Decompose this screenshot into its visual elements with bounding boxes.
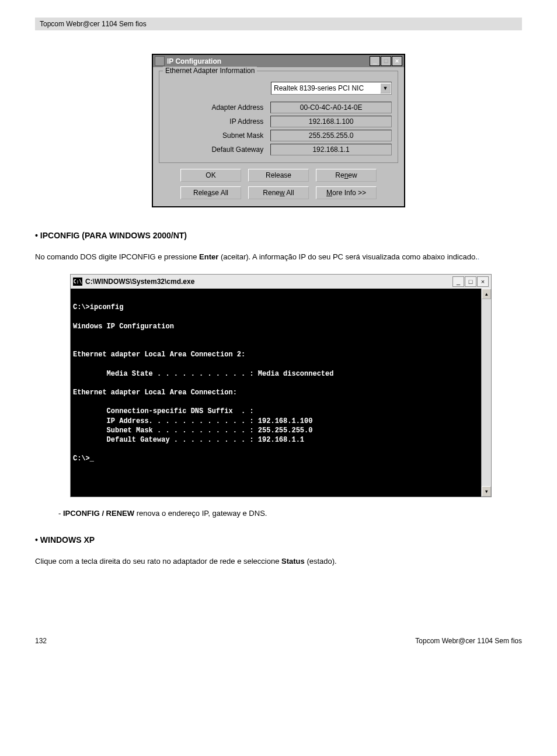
release-all-button[interactable]: Release All [180, 186, 241, 199]
info-row: Default Gateway 192.168.1.1 [165, 144, 392, 155]
page-footer: 132 Topcom Webr@cer 1104 Sem fios [35, 637, 522, 645]
minimize-icon[interactable]: _ [370, 56, 380, 66]
label-default-gateway: Default Gateway [165, 145, 270, 154]
value-default-gateway: 192.168.1.1 [270, 144, 392, 155]
section-body-ipconfig: No comando DOS digite IPCONFIG e pressio… [35, 252, 522, 262]
scroll-down-icon[interactable]: ▾ [482, 486, 491, 497]
info-row: Adapter Address 00-C0-4C-A0-14-0E [165, 102, 392, 113]
cmd-icon: C:\ [73, 278, 82, 286]
renew-note: - IPCONFIG / RENEW renova o endereço IP,… [58, 509, 522, 518]
info-row: Subnet Mask 255.255.255.0 [165, 130, 392, 141]
maximize-icon[interactable]: □ [381, 56, 391, 66]
footer-right: Topcom Webr@cer 1104 Sem fios [415, 637, 522, 645]
adapter-select[interactable]: Realtek 8139-series PCI NIC ▼ [271, 82, 392, 95]
adapter-info-fieldset: Ethernet Adapter Information Realtek 813… [159, 71, 398, 163]
cmd-titlebar: C:\ C:\WINDOWS\System32\cmd.exe _ □ × [71, 275, 491, 289]
fieldset-legend: Ethernet Adapter Information [163, 67, 257, 75]
chevron-down-icon[interactable]: ▼ [380, 83, 391, 93]
value-adapter-address: 00-C0-4C-A0-14-0E [270, 102, 392, 113]
scroll-up-icon[interactable]: ▴ [482, 289, 491, 299]
value-subnet-mask: 255.255.255.0 [270, 130, 392, 141]
section-heading-winxp: • WINDOWS XP [35, 535, 522, 545]
minimize-icon[interactable]: _ [452, 276, 464, 287]
ip-configuration-window: IP Configuration _ □ × Ethernet Adapter … [152, 54, 405, 207]
cmd-output: C:\>ipconfig Windows IP Configuration Et… [71, 289, 481, 497]
window-titlebar: IP Configuration _ □ × [153, 55, 404, 67]
renew-all-button[interactable]: Renew All [248, 186, 309, 199]
more-info-button[interactable]: More Info >> [316, 186, 377, 199]
ok-button[interactable]: OK [180, 169, 241, 182]
release-button[interactable]: Release [248, 169, 309, 182]
cmd-window: C:\ C:\WINDOWS\System32\cmd.exe _ □ × C:… [70, 274, 492, 497]
label-ip-address: IP Address [165, 117, 270, 126]
cmd-title: C:\WINDOWS\System32\cmd.exe [85, 278, 194, 286]
close-icon[interactable]: × [392, 56, 402, 66]
label-subnet-mask: Subnet Mask [165, 131, 270, 140]
adapter-select-value: Realtek 8139-series PCI NIC [274, 84, 364, 92]
window-title: IP Configuration [167, 57, 221, 65]
scrollbar[interactable]: ▴ ▾ [481, 289, 491, 497]
close-icon[interactable]: × [477, 276, 489, 287]
page-number: 132 [35, 637, 47, 645]
label-adapter-address: Adapter Address [165, 103, 270, 112]
section-heading-ipconfig: • IPCONFIG (PARA WINDOWS 2000/NT) [35, 231, 522, 240]
info-row: IP Address 192.168.1.100 [165, 116, 392, 127]
value-ip-address: 192.168.1.100 [270, 116, 392, 127]
renew-button[interactable]: Renew [316, 169, 377, 182]
maximize-icon[interactable]: □ [465, 276, 476, 287]
page-header: Topcom Webr@cer 1104 Sem fios [35, 18, 522, 30]
section-body-winxp: Clique com a tecla direita do seu rato n… [35, 556, 522, 567]
app-icon [155, 56, 165, 66]
